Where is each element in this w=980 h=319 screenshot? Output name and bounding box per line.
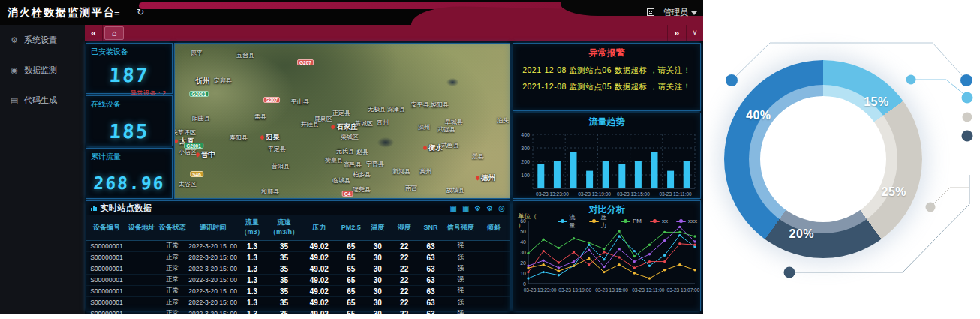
- table-cell: [127, 308, 157, 315]
- table-cell: S00000001: [86, 275, 127, 286]
- monitor-icon: ◉: [10, 65, 19, 75]
- map-place-label: 武邑县: [441, 141, 459, 149]
- donut-chart: 15%25%20%40%: [724, 60, 922, 258]
- table-cell: 强: [443, 286, 477, 297]
- hamburger-menu-icon[interactable]: ≡: [114, 0, 120, 25]
- compare-legend: 单位（ ） 流量压力PMxxxxx: [518, 216, 697, 226]
- map-place-label: 晋州: [377, 119, 389, 127]
- legend-item[interactable]: 流量: [558, 213, 581, 230]
- table-row[interactable]: S00000001正常2022-3-20 15: 001.33549.02653…: [86, 252, 510, 263]
- table-header-cell: 设备地址: [127, 215, 157, 241]
- table-cell: 强: [443, 308, 477, 315]
- map-pin-icon: [260, 134, 265, 140]
- table-cell: 22: [390, 275, 418, 286]
- table-cell: [477, 286, 510, 297]
- table-row[interactable]: S00000001正常2022-3-20 15: 001.33549.02653…: [86, 297, 510, 308]
- table-cell: 63: [418, 275, 443, 286]
- svg-text:03-23 13:11:00: 03-23 13:11:00: [632, 287, 665, 293]
- sidebar-item-system-settings[interactable]: ⚙ 系统设置: [0, 25, 85, 55]
- legend-item[interactable]: xxx: [676, 213, 697, 230]
- table-cell: 2022-3-20 15: 00: [188, 297, 237, 308]
- tabs-more-button[interactable]: ˅: [686, 25, 703, 41]
- table-cell: 正常: [157, 308, 189, 315]
- table-cell: S00000001: [86, 308, 127, 315]
- legend-label: PM: [633, 218, 642, 224]
- table-cell: 35: [267, 241, 301, 252]
- sidebar-item-label: 数据监测: [24, 65, 57, 76]
- map-place-label: 定襄县: [214, 77, 232, 85]
- road-badge: G207: [297, 59, 314, 65]
- alarm-item: 2021-12-08 监测站点06 数据超标 ，请关注！: [513, 65, 700, 76]
- svg-text:0: 0: [523, 281, 526, 287]
- table-row[interactable]: S00000001正常2022-3-20 15: 001.33549.02653…: [86, 263, 510, 275]
- user-menu[interactable]: 管理员: [663, 0, 697, 25]
- gear-icon: ⚙: [10, 35, 19, 45]
- record-circle-icon[interactable]: ◎: [498, 205, 505, 212]
- table-row[interactable]: S00000001正常2022-3-20 15: 001.33549.02653…: [86, 241, 510, 252]
- map-place-label: 赵县: [356, 148, 368, 156]
- legend-label: xxx: [688, 218, 697, 224]
- sidebar-item-data-monitoring[interactable]: ◉ 数据监测: [0, 55, 85, 85]
- table-row[interactable]: S00000001正常2022-3-20 15: 001.33549.02653…: [86, 286, 510, 297]
- table-cell: [127, 241, 157, 252]
- legend-item[interactable]: xx: [650, 213, 668, 230]
- table-cell: 正常: [157, 263, 189, 275]
- tabs-scroll-left-button[interactable]: «: [85, 25, 103, 41]
- legend-item[interactable]: PM: [621, 213, 642, 230]
- table-cell: 2022-3-20 15: 00: [188, 286, 237, 297]
- table-cell: S00000001: [86, 252, 127, 263]
- table-cell: 1.3: [237, 241, 267, 252]
- table-title-bar: 实时站点数据 ▦ ▦ ⚙ ⚙ ◎: [86, 201, 510, 215]
- app-header: 消火栓数据监测平台 ≡ ↻ 管理员: [0, 0, 703, 25]
- map-place-label: 景县: [472, 152, 484, 161]
- map-place-label: 昔阳县: [272, 162, 290, 170]
- satellite-map[interactable]: 原平五台县忻州定襄县盂县阳曲县尖草坪区太原小店区晋中太谷区寿阳县阳泉平定县昔阳县…: [174, 43, 510, 199]
- tabs-scroll-right-button[interactable]: »: [667, 25, 685, 41]
- table-row[interactable]: S00000001正常2022-3-20 15: 001.33549.02653…: [86, 275, 510, 286]
- realtime-table-panel: 实时站点数据 ▦ ▦ ⚙ ⚙ ◎ 设备编号设备地址设备状态通讯时间流量（m3）流…: [86, 200, 510, 311]
- svg-text:03-23 13:19:00: 03-23 13:19:00: [558, 287, 591, 293]
- table-header-cell: SNR: [418, 215, 443, 241]
- table-cell: 65: [337, 275, 365, 286]
- legend-marker-icon: [621, 221, 630, 222]
- table-cell: 正常: [157, 252, 189, 263]
- map-place-label: 晋中: [196, 150, 215, 160]
- map-place-label: 藁城区: [355, 119, 373, 128]
- refresh-icon[interactable]: ↻: [137, 0, 144, 25]
- table-header-cell: 流量（m3）: [237, 215, 267, 241]
- table-row[interactable]: S00000001正常2022-3-20 15: 001.33549.02653…: [86, 308, 510, 315]
- home-tab[interactable]: ⌂: [104, 26, 124, 40]
- stat-value: 185: [86, 120, 173, 143]
- stat-total-flow: 累计流量 268.96: [86, 148, 173, 199]
- table-cell: 30: [365, 252, 390, 263]
- map-place-label: 尖草坪区: [174, 128, 196, 137]
- legend-items: 流量压力PMxxxxx: [558, 213, 697, 230]
- sidebar-item-code-generation[interactable]: ▤ 代码生成: [0, 85, 85, 115]
- user-name: 管理员: [663, 8, 688, 17]
- table-cell: 强: [443, 297, 477, 308]
- columns-grid-icon[interactable]: ▦: [462, 205, 469, 212]
- table-header-cell: 倾斜: [477, 215, 510, 241]
- map-place-label: 阳曲县: [192, 114, 210, 122]
- svg-text:400: 400: [521, 132, 530, 137]
- table-cell: 63: [418, 308, 443, 315]
- map-place-label: 五台县: [236, 51, 254, 59]
- stat-installed-devices: 已安装设备 187 异常设备：2: [86, 43, 173, 94]
- table-cell: 22: [390, 252, 418, 263]
- map-place-label: 原平: [191, 49, 203, 57]
- table-header-cell: 信号强度: [443, 215, 477, 241]
- settings-gear-icon[interactable]: ⚙: [474, 205, 481, 212]
- map-place-label: 德州: [476, 173, 495, 183]
- table-cell: 1.3: [237, 286, 267, 297]
- table-header-row: 设备编号设备地址设备状态通讯时间流量（m3）流速（m3/h）压力PM2.5温度湿…: [86, 215, 510, 241]
- legend-item[interactable]: 压力: [589, 213, 612, 230]
- map-place-label: 栾城区: [341, 133, 359, 141]
- map-place-label: 深州: [418, 123, 430, 131]
- fullscreen-icon[interactable]: [647, 8, 654, 16]
- table-cell: [477, 241, 510, 252]
- map-pin-icon: [195, 152, 200, 157]
- table-cell: 22: [390, 286, 418, 297]
- refresh-gear-icon[interactable]: ⚙: [486, 205, 493, 212]
- map-place-label: 故城县: [446, 186, 464, 194]
- layout-grid-icon[interactable]: ▦: [449, 205, 456, 212]
